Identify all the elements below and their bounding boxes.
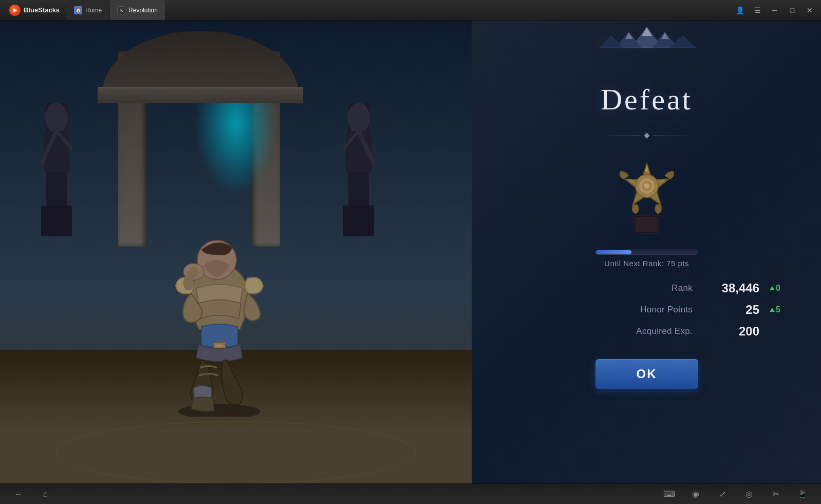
home-button[interactable]: ⌂ <box>37 486 53 502</box>
rank-label: Rank <box>498 283 693 293</box>
tab-home[interactable]: 🏠 Home <box>67 0 109 20</box>
back-button[interactable]: ← <box>10 486 27 502</box>
stat-row-honor: Honor Points 25 5 <box>493 303 800 317</box>
ok-button[interactable]: OK <box>595 359 698 389</box>
divider-top <box>493 121 800 121</box>
maximize-button[interactable]: □ <box>785 3 799 17</box>
medal-badge <box>611 151 683 236</box>
arch-top-curve <box>103 31 298 92</box>
taskbar: ← ⌂ ⌨ ◉ ⤢ ◎ ✂ 📱 <box>0 483 821 504</box>
statue-right <box>333 103 384 236</box>
keyboard-button[interactable]: ⌨ <box>661 486 677 502</box>
mobile-view-button[interactable]: 📱 <box>794 486 811 502</box>
diamond-divider <box>600 134 694 138</box>
rank-value: 38,446 <box>703 281 759 295</box>
stat-row-exp: Acquired Exp. 200 <box>493 324 800 339</box>
svg-rect-9 <box>343 206 374 236</box>
progress-bar-track <box>595 250 698 255</box>
rank-change: 0 <box>770 284 795 293</box>
svg-marker-28 <box>670 36 696 48</box>
svg-point-19 <box>178 404 260 417</box>
honor-label: Honor Points <box>498 305 693 315</box>
stat-row-rank: Rank 38,446 0 <box>493 281 800 295</box>
svg-rect-3 <box>41 206 72 236</box>
svg-point-38 <box>644 183 650 189</box>
exp-label: Acquired Exp. <box>498 326 693 337</box>
progress-section: Until Next Rank: 75 pts <box>493 250 800 268</box>
scissors-button[interactable]: ✂ <box>768 486 784 502</box>
location-button[interactable]: ◎ <box>741 486 757 502</box>
defeat-title: Defeat <box>601 82 693 117</box>
window-controls: 👤 ☰ ─ □ ✕ <box>733 3 817 17</box>
revolution-tab-icon: ⚔ <box>117 6 125 14</box>
home-tab-label: Home <box>85 7 102 14</box>
results-panel: Defeat <box>472 21 821 483</box>
svg-point-13 <box>92 428 380 477</box>
close-button[interactable]: ✕ <box>803 3 817 17</box>
diamond-center <box>644 133 649 138</box>
revolution-tab-label: Revolution <box>128 7 158 14</box>
honor-change-value: 5 <box>776 305 780 314</box>
home-tab-icon: 🏠 <box>74 6 82 14</box>
svg-point-12 <box>56 422 416 483</box>
svg-point-14 <box>133 435 339 471</box>
menu-button[interactable]: ☰ <box>750 3 764 17</box>
bluestacks-icon: ▶ <box>9 5 21 16</box>
tab-revolution[interactable]: ⚔ Revolution <box>110 0 165 20</box>
brand-name: BlueStacks <box>24 6 60 14</box>
svg-marker-27 <box>600 36 624 48</box>
profile-button[interactable]: 👤 <box>733 3 747 17</box>
exp-value: 200 <box>703 324 759 339</box>
divider-line-left <box>600 136 641 136</box>
fullscreen-button[interactable]: ⤢ <box>714 486 731 502</box>
svg-point-7 <box>347 103 370 134</box>
mountain-peaks-decoration <box>590 25 703 53</box>
arch-cornice <box>98 87 303 103</box>
honor-change: 5 <box>770 305 795 314</box>
camera-button[interactable]: ◉ <box>687 486 704 502</box>
progress-label: Until Next Rank: 75 pts <box>604 259 689 268</box>
honor-change-arrow <box>770 308 775 312</box>
statue-left <box>31 103 82 236</box>
progress-bar-fill <box>596 250 631 254</box>
medal-container <box>606 147 688 239</box>
game-scene <box>0 21 472 483</box>
svg-point-1 <box>45 103 68 134</box>
honor-value: 25 <box>703 303 759 317</box>
minimize-button[interactable]: ─ <box>768 3 782 17</box>
arch-background <box>0 21 472 483</box>
title-bar: ▶ BlueStacks 🏠 Home ⚔ Revolution 👤 ☰ ─ □… <box>0 0 821 21</box>
svg-rect-33 <box>636 217 658 232</box>
svg-rect-23 <box>215 344 223 347</box>
divider-line-right <box>653 136 694 136</box>
app-logo: ▶ BlueStacks <box>4 5 65 16</box>
defeat-title-container: Defeat <box>601 67 693 117</box>
tab-bar: 🏠 Home ⚔ Revolution <box>67 0 165 20</box>
game-area: Defeat <box>0 21 821 483</box>
rank-change-value: 0 <box>776 284 780 293</box>
rank-change-arrow <box>770 286 775 290</box>
stats-section: Rank 38,446 0 Honor Points 25 5 Acquired… <box>493 281 800 339</box>
character-figure <box>137 185 302 417</box>
